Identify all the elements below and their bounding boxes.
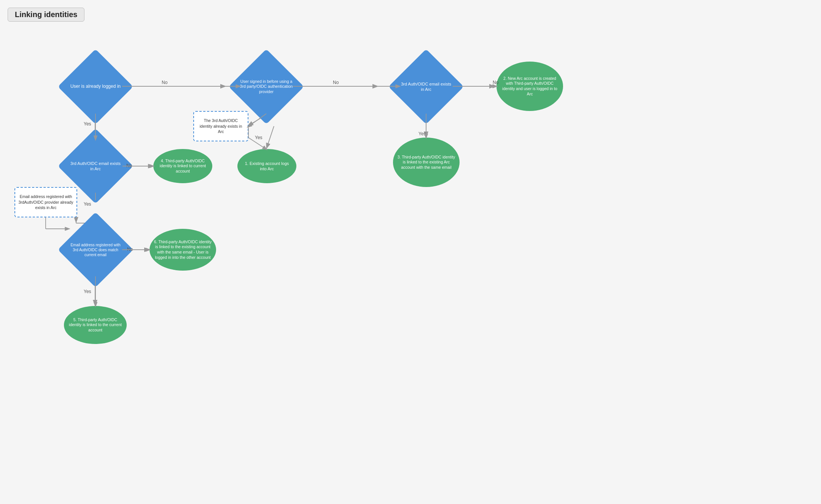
label-no-3: No (493, 80, 498, 85)
label-no-1: No (162, 80, 167, 85)
oval-linked-other-account: 6. Third-party Auth/OIDC identity is lin… (150, 229, 216, 271)
svg-line-11 (266, 126, 274, 149)
oval-new-arc-account: 2. New Arc account is created with Third… (496, 62, 563, 111)
oval-existing-account: 1. Existing account logs into Arc (237, 149, 296, 183)
diagram: User is already logged in User signed in… (8, 25, 807, 504)
label-yes-2: Yes (255, 135, 263, 140)
label-yes-4: Yes (84, 201, 91, 207)
oval-linked-current: 4. Third-party Auth/OIDC identity is lin… (153, 149, 212, 183)
label-no-5: No (127, 247, 133, 252)
dashed-box-oidc-exists: The 3rd Auth/OIDC identity already exist… (193, 111, 248, 141)
oval-linked-same-email: 3. Third-party Auth/OIDC identity is lin… (393, 138, 460, 187)
label-yes-3: Yes (418, 131, 426, 136)
label-yes-5: Yes (84, 289, 91, 294)
page: Linking identities (0, 0, 821, 504)
label-yes-1: Yes (84, 121, 91, 127)
oval-linked-current-bottom: 5. Third-party Auth/OIDC identity is lin… (64, 306, 127, 344)
label-no-2: No (333, 80, 339, 85)
diamond-user-logged-in (58, 49, 133, 124)
page-title: Linking identities (8, 8, 84, 22)
dashed-box-email-exists: Email address registered with 3rdAuth/OI… (14, 187, 77, 217)
diamond-oidc-email-exists-top (388, 49, 464, 124)
diamond-email-match (58, 212, 133, 287)
label-no-4: No (126, 163, 132, 168)
